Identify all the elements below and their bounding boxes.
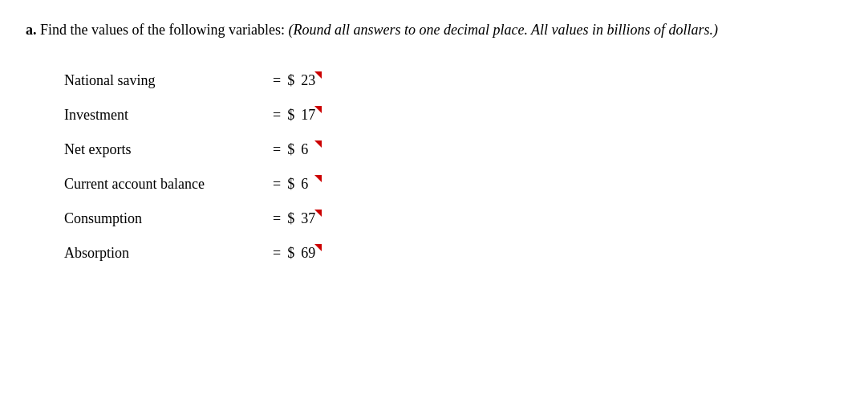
dollar-national-saving: $ [287,72,294,89]
dollar-net-exports: $ [287,141,294,158]
equals-consumption: = [273,210,281,227]
variable-row-absorption: Absorption = $ 69 [64,236,842,271]
answer-wrapper-net-exports: 6 [298,140,322,159]
dollar-absorption: $ [287,245,294,262]
variables-list: National saving = $ 23Investment = $ 17N… [26,63,842,271]
instruction-italic: (Round all answers to one decimal place.… [288,22,718,38]
label-investment: Investment [64,107,273,124]
answer-value-current-account-balance[interactable]: 6 [298,175,322,193]
equals-national-saving: = [273,72,281,89]
answer-value-national-saving[interactable]: 23 [298,71,322,90]
answer-wrapper-investment: 17 [298,106,322,124]
label-consumption: Consumption [64,210,273,227]
answer-value-consumption[interactable]: 37 [298,210,322,228]
answer-wrapper-national-saving: 23 [298,71,322,90]
part-label: a. [26,22,37,38]
dollar-investment: $ [287,107,294,124]
variable-row-investment: Investment = $ 17 [64,98,842,132]
equals-investment: = [273,107,281,124]
answer-value-net-exports[interactable]: 6 [298,140,322,159]
label-net-exports: Net exports [64,141,273,158]
dollar-consumption: $ [287,210,294,227]
label-absorption: Absorption [64,245,273,262]
answer-value-investment[interactable]: 17 [298,106,322,124]
variable-row-net-exports: Net exports = $ 6 [64,132,842,167]
label-current-account-balance: Current account balance [64,176,273,193]
answer-wrapper-consumption: 37 [298,210,322,228]
variable-row-current-account-balance: Current account balance = $ 6 [64,167,842,202]
question-container: a. Find the values of the following vari… [26,19,842,271]
equals-absorption: = [273,245,281,262]
instruction-main: Find the values of the following variabl… [40,22,285,38]
dollar-current-account-balance: $ [287,176,294,193]
label-national-saving: National saving [64,72,273,89]
question-header: a. Find the values of the following vari… [26,19,842,41]
variable-row-national-saving: National saving = $ 23 [64,63,842,98]
equals-current-account-balance: = [273,176,281,193]
variable-row-consumption: Consumption = $ 37 [64,202,842,236]
equals-net-exports: = [273,141,281,158]
answer-wrapper-current-account-balance: 6 [298,175,322,193]
answer-wrapper-absorption: 69 [298,244,322,263]
answer-value-absorption[interactable]: 69 [298,244,322,263]
